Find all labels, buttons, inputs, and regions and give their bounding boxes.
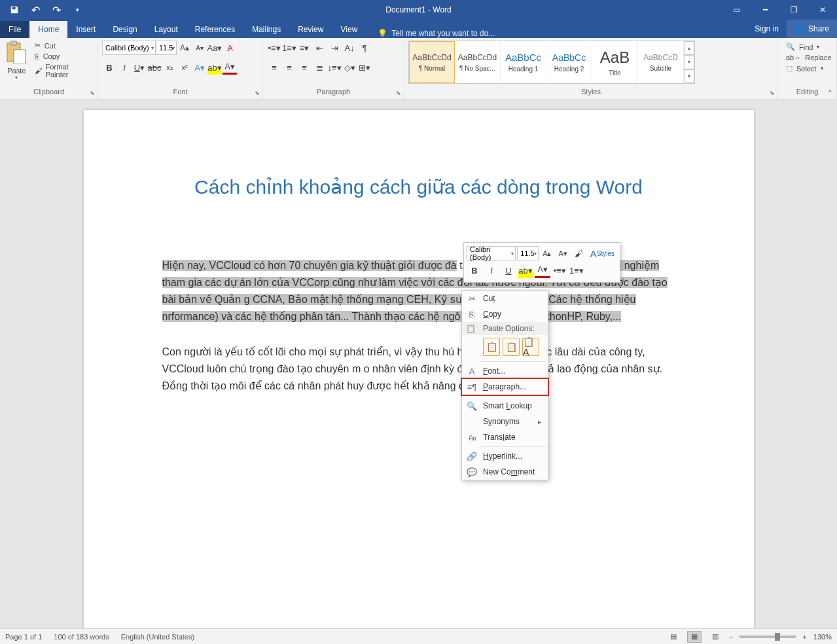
tab-home[interactable]: Home bbox=[29, 21, 67, 38]
bullets-icon[interactable]: •≡▾ bbox=[267, 41, 281, 55]
paste-button[interactable]: Paste ▾ bbox=[4, 41, 29, 80]
borders-icon[interactable]: ⊞▾ bbox=[357, 60, 372, 75]
paragraph-2[interactable]: Con người là yếu tố cốt lõi cho mọi sự p… bbox=[162, 344, 675, 395]
qat-customize-icon[interactable]: ▾ bbox=[71, 3, 84, 16]
bold-button[interactable]: B bbox=[102, 60, 116, 75]
styles-launcher-icon[interactable]: ⬊ bbox=[770, 88, 775, 98]
underline-button[interactable]: U▾ bbox=[132, 60, 147, 75]
context-font[interactable]: AFont... bbox=[462, 363, 548, 379]
web-layout-icon[interactable]: ▥ bbox=[708, 631, 722, 643]
paste-keep-formatting-icon[interactable]: 📋 bbox=[483, 338, 500, 356]
context-translate[interactable]: 🗛Translate bbox=[462, 429, 548, 445]
mini-decrease-font-icon[interactable]: A▾ bbox=[556, 245, 570, 261]
mini-numbering-icon[interactable]: 1≡▾ bbox=[569, 262, 584, 278]
save-icon[interactable] bbox=[8, 3, 21, 16]
superscript-button[interactable]: x² bbox=[177, 60, 192, 75]
shading-icon[interactable]: ◇▾ bbox=[342, 60, 357, 75]
italic-button[interactable]: I bbox=[117, 60, 132, 75]
mini-styles-button[interactable]: AStyles bbox=[588, 245, 617, 261]
tab-view[interactable]: View bbox=[332, 21, 366, 38]
document-heading[interactable]: Cách chỉnh khoảng cách giữa các dòng tro… bbox=[162, 175, 675, 198]
numbering-icon[interactable]: 1≡▾ bbox=[282, 41, 296, 55]
context-copy[interactable]: ⎘Copy bbox=[462, 306, 548, 322]
zoom-slider-thumb[interactable] bbox=[775, 633, 780, 641]
context-hyperlink[interactable]: 🔗Hyperlink... bbox=[462, 448, 548, 464]
style-title[interactable]: AaBTitle bbox=[592, 41, 638, 83]
mini-bold-button[interactable]: B bbox=[467, 262, 482, 278]
decrease-indent-icon[interactable]: ⇤ bbox=[312, 41, 327, 55]
tab-references[interactable]: References bbox=[187, 21, 243, 38]
mini-increase-font-icon[interactable]: A▴ bbox=[540, 245, 554, 261]
context-smart-lookup[interactable]: 🔍Smart Lookup bbox=[462, 398, 548, 414]
status-language[interactable]: English (United States) bbox=[121, 633, 195, 641]
styles-expand-icon[interactable]: ▾ bbox=[684, 69, 694, 83]
style-subtitle[interactable]: AaBbCcDSubtitle bbox=[638, 41, 684, 83]
tab-review[interactable]: Review bbox=[289, 21, 332, 38]
sign-in-link[interactable]: Sign in bbox=[747, 20, 787, 38]
ribbon-display-options-icon[interactable]: ▭ bbox=[722, 0, 751, 20]
show-hide-icon[interactable]: ¶ bbox=[357, 41, 372, 55]
justify-icon[interactable]: ≣ bbox=[312, 60, 327, 75]
mini-font-name-combo[interactable]: Calibri (Body)▾ bbox=[467, 246, 516, 260]
paste-text-only-icon[interactable]: 📋A bbox=[522, 338, 539, 356]
font-name-combo[interactable]: Calibri (Body)▾ bbox=[102, 41, 156, 55]
decrease-font-icon[interactable]: A▾ bbox=[192, 41, 207, 55]
zoom-slider[interactable] bbox=[739, 635, 796, 638]
styles-gallery[interactable]: AaBbCcDd¶ Normal AaBbCcDd¶ No Spac... Aa… bbox=[408, 41, 695, 84]
print-layout-icon[interactable]: ▦ bbox=[687, 631, 702, 643]
status-page[interactable]: Page 1 of 1 bbox=[5, 633, 42, 641]
font-size-combo[interactable]: 11.5▾ bbox=[156, 41, 177, 55]
close-button[interactable]: ✕ bbox=[808, 0, 837, 20]
mini-font-size-combo[interactable]: 11.5▾ bbox=[517, 246, 538, 260]
mini-highlight-icon[interactable]: ab▾ bbox=[518, 262, 533, 278]
style-no-spacing[interactable]: AaBbCcDd¶ No Spac... bbox=[455, 41, 501, 83]
maximize-button[interactable]: ❐ bbox=[779, 0, 808, 20]
copy-button[interactable]: ⎘Copy bbox=[32, 52, 94, 61]
font-launcher-icon[interactable]: ⬊ bbox=[255, 88, 260, 98]
undo-icon[interactable]: ↶ bbox=[29, 3, 42, 16]
text-effects-icon[interactable]: A▾ bbox=[192, 60, 207, 75]
clipboard-launcher-icon[interactable]: ⬊ bbox=[90, 88, 95, 98]
multilevel-list-icon[interactable]: ≡▾ bbox=[297, 41, 312, 55]
cut-button[interactable]: ✂Cut bbox=[32, 41, 94, 50]
style-heading1[interactable]: AaBbCcHeading 1 bbox=[501, 41, 546, 83]
tab-design[interactable]: Design bbox=[104, 21, 145, 38]
highlight-icon[interactable]: ab▾ bbox=[207, 60, 222, 75]
increase-font-icon[interactable]: A▴ bbox=[177, 41, 192, 55]
mini-bullets-icon[interactable]: •≡▾ bbox=[552, 262, 567, 278]
read-mode-icon[interactable]: ▤ bbox=[666, 631, 681, 643]
context-cut[interactable]: ✂Cut bbox=[462, 291, 548, 306]
tab-mailings[interactable]: Mailings bbox=[243, 21, 289, 38]
minimize-button[interactable]: ━ bbox=[751, 0, 779, 20]
tab-layout[interactable]: Layout bbox=[146, 21, 187, 38]
mini-font-color-icon[interactable]: A▾ bbox=[535, 262, 550, 278]
collapse-ribbon-icon[interactable]: ^ bbox=[828, 89, 832, 96]
clear-formatting-icon[interactable]: A̷ bbox=[223, 41, 237, 55]
mini-underline-button[interactable]: U bbox=[501, 262, 516, 278]
tab-insert[interactable]: Insert bbox=[67, 21, 104, 38]
zoom-in-button[interactable]: + bbox=[802, 633, 806, 641]
status-words[interactable]: 100 of 183 words bbox=[54, 633, 109, 641]
style-normal[interactable]: AaBbCcDd¶ Normal bbox=[409, 41, 455, 83]
strikethrough-button[interactable]: abc bbox=[147, 60, 162, 75]
document-page[interactable]: Cách chỉnh khoảng cách giữa các dòng tro… bbox=[84, 110, 754, 628]
context-paragraph[interactable]: ≡¶Paragraph... bbox=[461, 378, 549, 396]
context-new-comment[interactable]: 💬New Comment bbox=[462, 464, 548, 480]
tab-file[interactable]: File bbox=[0, 21, 29, 38]
styles-scroll-up-icon[interactable]: ▴ bbox=[684, 41, 694, 55]
align-left-icon[interactable]: ≡ bbox=[267, 60, 281, 75]
mini-italic-button[interactable]: I bbox=[484, 262, 499, 278]
mini-format-painter-icon[interactable]: 🖌 bbox=[571, 245, 586, 261]
align-center-icon[interactable]: ≡ bbox=[282, 60, 296, 75]
replace-button[interactable]: ab↔Replace bbox=[785, 53, 833, 62]
increase-indent-icon[interactable]: ⇥ bbox=[327, 41, 342, 55]
style-heading2[interactable]: AaBbCcHeading 2 bbox=[546, 41, 592, 83]
font-color-icon[interactable]: A▾ bbox=[223, 60, 237, 75]
context-synonyms[interactable]: Synonyms▸ bbox=[462, 414, 548, 429]
find-button[interactable]: 🔍Find▾ bbox=[785, 42, 833, 52]
styles-scroll-down-icon[interactable]: ▾ bbox=[684, 55, 694, 69]
zoom-level[interactable]: 130% bbox=[813, 633, 832, 641]
share-button[interactable]: 👤 Share bbox=[787, 20, 837, 38]
format-painter-button[interactable]: 🖌Format Painter bbox=[32, 62, 94, 79]
select-button[interactable]: ⬚Select▾ bbox=[785, 63, 833, 73]
